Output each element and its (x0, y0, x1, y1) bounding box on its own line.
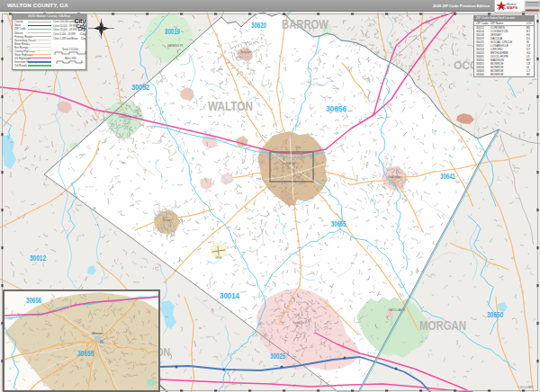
svg-text:Between: Between (240, 50, 251, 54)
svg-text:30656: 30656 (26, 296, 41, 305)
svg-text:30650: 30650 (487, 310, 503, 319)
svg-text:30014: 30014 (220, 291, 239, 300)
svg-text:Monroe: Monroe (286, 162, 295, 165)
svg-text:30655: 30655 (331, 219, 346, 228)
svg-text:Social Circle: Social Circle (292, 321, 307, 325)
svg-text:30641: 30641 (440, 172, 455, 181)
svg-text:Miles / KM: Miles / KM (65, 57, 76, 60)
svg-text:30025: 30025 (270, 352, 285, 361)
svg-text:30655: 30655 (77, 349, 94, 358)
svg-text:30019: 30019 (165, 27, 180, 36)
svg-text:Scale 1:52,000: Scale 1:52,000 (62, 48, 78, 51)
svg-text:WALTON: WALTON (208, 99, 253, 113)
svg-text:30012: 30012 (30, 254, 46, 263)
svg-text:Loganville: Loganville (119, 115, 130, 119)
svg-text:MAPS: MAPS (507, 5, 518, 10)
svg-text:MORGAN: MORGAN (419, 318, 466, 333)
svg-text:30620: 30620 (251, 21, 266, 30)
svg-text:Jersey: Jersey (163, 218, 171, 222)
svg-text:Monroe: Monroe (92, 332, 103, 335)
svg-text:HARD LABOR: HARD LABOR (389, 308, 406, 312)
svg-text:30656: 30656 (326, 104, 346, 113)
svg-text:30052: 30052 (131, 83, 149, 92)
svg-text:Good Hope: Good Hope (388, 175, 401, 179)
svg-text:HARBINS PK: HARBINS PK (167, 44, 184, 48)
svg-text:BARROW: BARROW (282, 17, 329, 31)
svg-text:www.marketmaps.com: www.marketmaps.com (522, 10, 539, 12)
svg-text:© MarketMAPS: © MarketMAPS (518, 386, 534, 389)
svg-text:MNR: MNR (216, 256, 223, 260)
